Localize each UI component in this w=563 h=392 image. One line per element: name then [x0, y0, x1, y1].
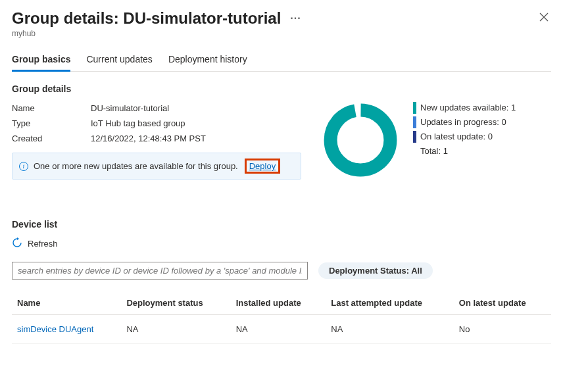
legend-swatch: [413, 131, 416, 143]
tab-deployment-history[interactable]: Deployment history: [168, 49, 247, 71]
cell-deployment-status: NA: [121, 315, 230, 344]
chart-legend: New updates available: 1 Updates in prog…: [413, 101, 516, 159]
legend-swatch: [413, 116, 416, 128]
info-banner-text: One or more new updates are available fo…: [34, 161, 238, 171]
value-type: IoT Hub tag based group: [91, 118, 185, 128]
col-name[interactable]: Name: [12, 291, 121, 315]
cell-installed-update: NA: [231, 315, 326, 344]
close-icon[interactable]: [537, 10, 551, 27]
legend-swatch: [413, 102, 416, 114]
legend-item-on-latest: On latest update: 0: [413, 130, 516, 144]
col-on-latest[interactable]: On latest update: [454, 291, 551, 315]
label-type: Type: [12, 118, 91, 128]
value-name: DU-simulator-tutorial: [91, 103, 169, 113]
col-last-attempted[interactable]: Last attempted update: [326, 291, 453, 315]
refresh-label: Refresh: [28, 239, 58, 249]
cell-on-latest: No: [454, 315, 551, 344]
tabs: Group basics Current updates Deployment …: [12, 49, 551, 72]
legend-label: On latest update: 0: [420, 130, 493, 144]
svg-point-2: [331, 110, 391, 170]
legend-total: Total: 1: [413, 144, 516, 159]
legend-label: New updates available: 1: [420, 101, 516, 115]
device-table: Name Deployment status Installed update …: [12, 291, 551, 344]
cell-last-attempted: NA: [326, 315, 453, 344]
label-created: Created: [12, 134, 91, 143]
info-banner: i One or more new updates are available …: [12, 153, 301, 180]
legend-item-new-updates: New updates available: 1: [413, 101, 516, 115]
table-header-row: Name Deployment status Installed update …: [12, 291, 551, 315]
status-donut-chart: [321, 101, 400, 180]
value-created: 12/16/2022, 12:48:43 PM PST: [91, 134, 206, 143]
info-icon: i: [19, 162, 28, 171]
col-installed-update[interactable]: Installed update: [231, 291, 326, 315]
page-title: Group details: DU-simulator-tutorial: [12, 9, 281, 28]
tab-current-updates[interactable]: Current updates: [86, 49, 152, 71]
col-deployment-status[interactable]: Deployment status: [121, 291, 230, 315]
device-link[interactable]: simDevice DUAgent: [17, 324, 93, 334]
more-actions-icon[interactable]: ···: [290, 12, 301, 24]
refresh-icon: [12, 237, 22, 250]
deployment-status-filter[interactable]: Deployment Status: All: [318, 262, 433, 279]
tab-group-basics[interactable]: Group basics: [12, 49, 70, 71]
legend-item-in-progress: Updates in progress: 0: [413, 115, 516, 130]
search-input[interactable]: [12, 262, 308, 280]
label-name: Name: [12, 103, 91, 113]
deploy-link[interactable]: Deploy: [249, 161, 276, 171]
device-list-heading: Device list: [12, 219, 551, 230]
deploy-highlight: Deploy: [245, 159, 280, 174]
group-details-heading: Group details: [12, 84, 551, 94]
breadcrumb: myhub: [12, 29, 551, 38]
legend-label: Updates in progress: 0: [420, 115, 506, 130]
table-row[interactable]: simDevice DUAgent NA NA NA No: [12, 315, 551, 344]
refresh-button[interactable]: Refresh: [12, 236, 551, 251]
